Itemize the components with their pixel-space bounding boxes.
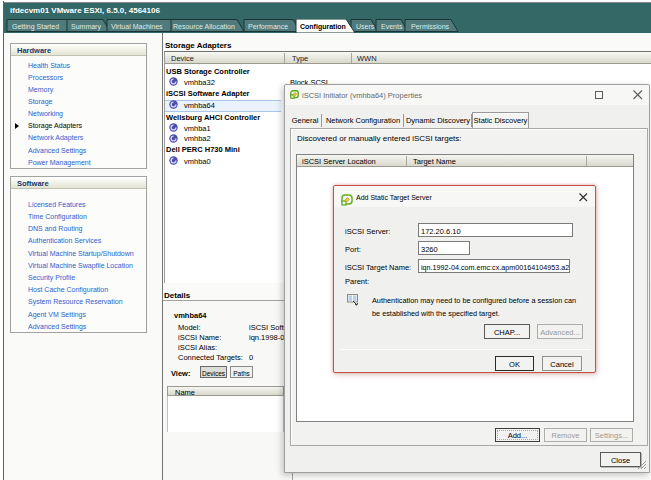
svg-text:Configuration: Configuration — [300, 23, 346, 31]
svg-text:Permissions: Permissions — [411, 23, 450, 30]
svg-text:Virtual Machines: Virtual Machines — [111, 23, 163, 30]
svg-text:Getting Started: Getting Started — [12, 23, 59, 31]
svg-text:Resource Allocation: Resource Allocation — [173, 23, 235, 30]
svg-text:Events: Events — [381, 23, 403, 30]
svg-text:Performance: Performance — [248, 23, 288, 30]
svg-text:Summary: Summary — [71, 23, 101, 31]
svg-text:Users: Users — [356, 23, 375, 30]
